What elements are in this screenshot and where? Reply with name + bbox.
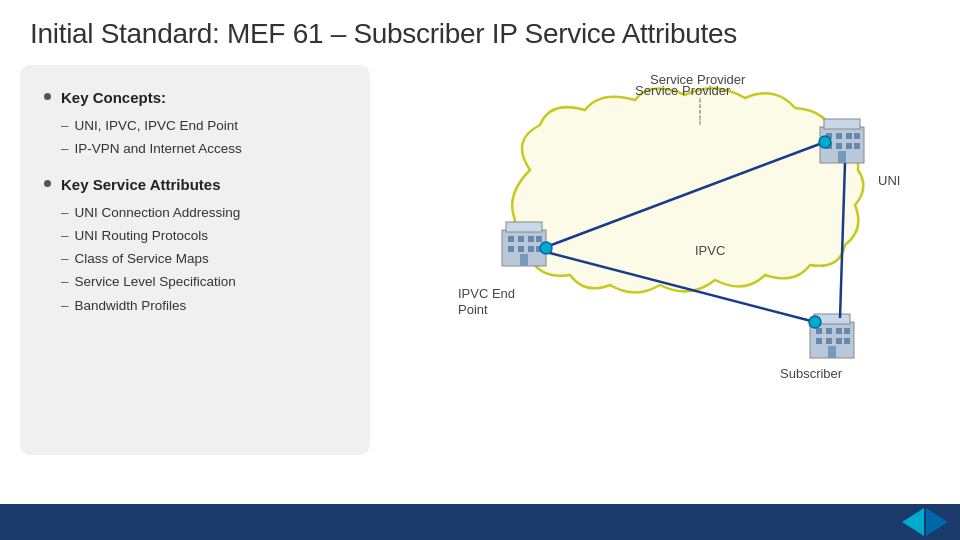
svg-rect-22 xyxy=(520,254,528,266)
sub-item-label-2-3: Class of Service Maps xyxy=(75,249,209,269)
svg-rect-28 xyxy=(844,328,850,334)
svg-rect-14 xyxy=(508,236,514,242)
svg-point-37 xyxy=(540,242,552,254)
bullet-section-1: Key Concepts: – UNI, IPVC, IPVC End Poin… xyxy=(44,87,350,160)
sub-item-label-2-4: Service Level Specification xyxy=(75,272,236,292)
sub-items-1: – UNI, IPVC, IPVC End Point – IP-VPN and… xyxy=(61,116,350,160)
svg-text:IPVC End: IPVC End xyxy=(458,286,515,301)
svg-rect-18 xyxy=(508,246,514,252)
svg-rect-9 xyxy=(846,143,852,149)
sub-item-label-2-1: UNI Connection Addressing xyxy=(75,203,241,223)
right-panel: Service Provider xyxy=(390,60,940,500)
sub-item-2-3: – Class of Service Maps xyxy=(61,249,350,269)
dash-2-2: – xyxy=(61,226,69,246)
sub-item-2-5: – Bandwidth Profiles xyxy=(61,296,350,316)
sub-item-2-1: – UNI Connection Addressing xyxy=(61,203,350,223)
svg-rect-8 xyxy=(836,143,842,149)
svg-rect-26 xyxy=(826,328,832,334)
bullet-section-2: Key Service Attributes – UNI Connection … xyxy=(44,174,350,316)
sub-item-label-1-2: IP-VPN and Internet Access xyxy=(75,139,242,159)
svg-text:IPVC: IPVC xyxy=(695,243,725,258)
content-area: Key Concepts: – UNI, IPVC, IPVC End Poin… xyxy=(0,60,960,500)
svg-rect-6 xyxy=(854,133,860,139)
bullet-item-2: Key Service Attributes xyxy=(44,174,350,195)
svg-rect-33 xyxy=(828,346,836,358)
logo-triangle-left-icon xyxy=(902,508,924,536)
diagram-container: Service Provider xyxy=(390,60,940,500)
sub-item-label-2-2: UNI Routing Protocols xyxy=(75,226,209,246)
dash-2-5: – xyxy=(61,296,69,316)
sub-item-2-2: – UNI Routing Protocols xyxy=(61,226,350,246)
title-area: Initial Standard: MEF 61 – Subscriber IP… xyxy=(0,0,960,60)
svg-rect-32 xyxy=(844,338,850,344)
dash-1-2: – xyxy=(61,139,69,159)
svg-rect-4 xyxy=(836,133,842,139)
svg-rect-20 xyxy=(528,246,534,252)
dash-2-4: – xyxy=(61,272,69,292)
sub-item-2-4: – Service Level Specification xyxy=(61,272,350,292)
svg-rect-19 xyxy=(518,246,524,252)
sub-item-label-1-1: UNI, IPVC, IPVC End Point xyxy=(75,116,239,136)
svg-rect-31 xyxy=(836,338,842,344)
sub-items-2: – UNI Connection Addressing – UNI Routin… xyxy=(61,203,350,316)
sub-item-label-2-5: Bandwidth Profiles xyxy=(75,296,187,316)
dash-2-3: – xyxy=(61,249,69,269)
bullet-dot-2 xyxy=(44,180,51,187)
slide-title: Initial Standard: MEF 61 – Subscriber IP… xyxy=(30,18,930,50)
svg-point-39 xyxy=(809,316,821,328)
bullet-item-1: Key Concepts: xyxy=(44,87,350,108)
svg-rect-15 xyxy=(518,236,524,242)
left-panel: Key Concepts: – UNI, IPVC, IPVC End Poin… xyxy=(20,65,370,455)
svg-rect-11 xyxy=(838,151,846,163)
bottom-logo xyxy=(902,508,948,536)
svg-rect-30 xyxy=(826,338,832,344)
svg-rect-5 xyxy=(846,133,852,139)
svg-rect-16 xyxy=(528,236,534,242)
svg-text:Service Provider: Service Provider xyxy=(635,83,731,98)
bottom-bar xyxy=(0,504,960,540)
svg-rect-13 xyxy=(506,222,542,232)
bullet-label-1: Key Concepts: xyxy=(61,87,166,108)
svg-rect-2 xyxy=(824,119,860,129)
svg-rect-27 xyxy=(836,328,842,334)
network-diagram-svg: IPVC UNI IPVC End Point Subscriber Servi… xyxy=(450,70,930,400)
svg-text:Point: Point xyxy=(458,302,488,317)
svg-text:Subscriber: Subscriber xyxy=(780,366,843,381)
bullet-dot-1 xyxy=(44,93,51,100)
sub-item-1-2: – IP-VPN and Internet Access xyxy=(61,139,350,159)
svg-rect-29 xyxy=(816,338,822,344)
bullet-label-2: Key Service Attributes xyxy=(61,174,221,195)
dash-1-1: – xyxy=(61,116,69,136)
svg-rect-17 xyxy=(536,236,542,242)
sub-item-1-1: – UNI, IPVC, IPVC End Point xyxy=(61,116,350,136)
svg-text:UNI: UNI xyxy=(878,173,900,188)
dash-2-1: – xyxy=(61,203,69,223)
logo-triangle-right-icon xyxy=(926,508,948,536)
svg-point-38 xyxy=(819,136,831,148)
slide: Initial Standard: MEF 61 – Subscriber IP… xyxy=(0,0,960,540)
svg-rect-10 xyxy=(854,143,860,149)
svg-rect-25 xyxy=(816,328,822,334)
